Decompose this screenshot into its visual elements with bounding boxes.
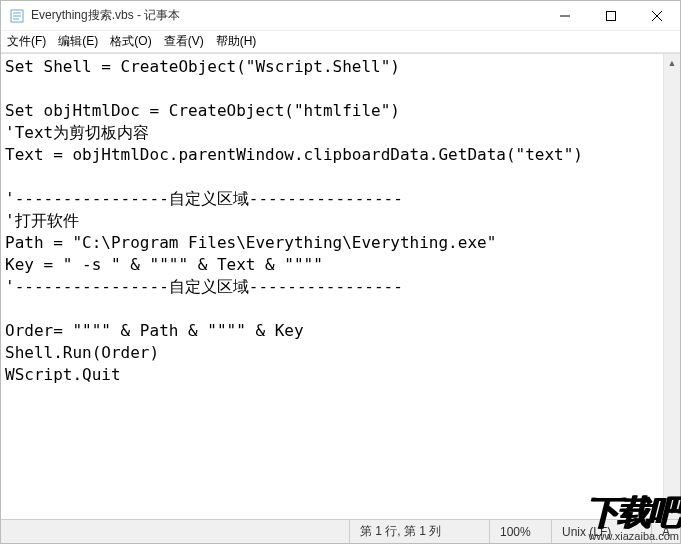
code-line: WScript.Quit <box>5 365 121 384</box>
code-line: Key = " -s " & """" & Text & """" <box>5 255 323 274</box>
code-line: Order= """" & Path & """" & Key <box>5 321 304 340</box>
notepad-icon <box>9 8 25 24</box>
close-button[interactable] <box>634 1 680 30</box>
notepad-window: Everything搜索.vbs - 记事本 文件(F) 编辑(E) 格式(O)… <box>0 0 681 544</box>
minimize-button[interactable] <box>542 1 588 30</box>
maximize-button[interactable] <box>588 1 634 30</box>
content-area: Set Shell = CreateObject("Wscript.Shell"… <box>1 53 680 519</box>
code-line: Shell.Run(Order) <box>5 343 159 362</box>
code-line: Path = "C:\Program Files\Everything\Ever… <box>5 233 496 252</box>
code-line: '----------------自定义区域---------------- <box>5 277 403 296</box>
status-position: 第 1 行, 第 1 列 <box>349 520 489 543</box>
code-line: '----------------自定义区域---------------- <box>5 189 403 208</box>
window-title: Everything搜索.vbs - 记事本 <box>31 7 542 24</box>
scroll-down-icon[interactable]: ▼ <box>664 502 680 519</box>
window-controls <box>542 1 680 30</box>
menu-bar: 文件(F) 编辑(E) 格式(O) 查看(V) 帮助(H) <box>1 31 680 53</box>
text-editor[interactable]: Set Shell = CreateObject("Wscript.Shell"… <box>1 54 663 519</box>
status-eol: Unix (LF) <box>551 520 651 543</box>
status-zoom: 100% <box>489 520 551 543</box>
title-bar[interactable]: Everything搜索.vbs - 记事本 <box>1 1 680 31</box>
menu-format[interactable]: 格式(O) <box>110 33 151 50</box>
code-line: Set objHtmlDoc = CreateObject("htmlfile"… <box>5 101 400 120</box>
status-bar: 第 1 行, 第 1 列 100% Unix (LF) A <box>1 519 680 543</box>
code-line: Set Shell = CreateObject("Wscript.Shell"… <box>5 57 400 76</box>
code-line: Text = objHtmlDoc.parentWindow.clipboard… <box>5 145 583 164</box>
menu-file[interactable]: 文件(F) <box>7 33 46 50</box>
menu-help[interactable]: 帮助(H) <box>216 33 257 50</box>
status-encoding: A <box>651 520 680 543</box>
menu-view[interactable]: 查看(V) <box>164 33 204 50</box>
scroll-up-icon[interactable]: ▲ <box>664 54 680 71</box>
code-line: 'Text为剪切板内容 <box>5 123 149 142</box>
vertical-scrollbar[interactable]: ▲ ▼ <box>663 54 680 519</box>
menu-edit[interactable]: 编辑(E) <box>58 33 98 50</box>
code-line: '打开软件 <box>5 211 79 230</box>
svg-rect-5 <box>607 11 616 20</box>
